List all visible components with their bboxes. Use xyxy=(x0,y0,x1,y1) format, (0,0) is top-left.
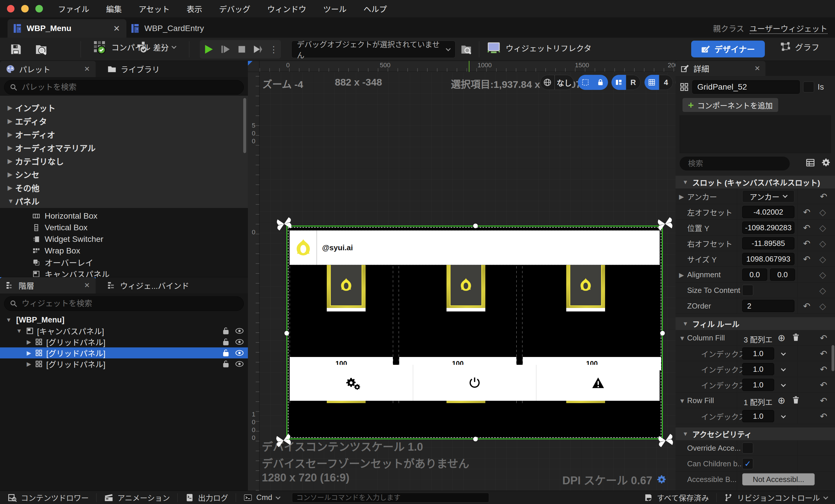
console-input[interactable] xyxy=(296,493,485,502)
lock-toggle[interactable] xyxy=(593,75,608,90)
resize-handle-topleft[interactable] xyxy=(275,215,293,233)
tree-row-grid-panel-1[interactable]: ▶ [グリッドパネル] xyxy=(0,336,248,347)
respect-locks-button[interactable]: R xyxy=(626,75,640,90)
reset-icon[interactable]: ↶ xyxy=(803,223,810,233)
override-accessible-checkbox[interactable] xyxy=(742,443,753,453)
section-slot[interactable]: ▼ スロット (キャンバスパネルスロット) xyxy=(675,176,835,188)
tab-widget-bind[interactable]: ウィジェ...バインド xyxy=(101,277,195,294)
parent-class-link[interactable]: ユーザーウィジェット xyxy=(750,25,828,34)
menu-tools[interactable]: ツール xyxy=(323,3,346,15)
close-window-button[interactable] xyxy=(7,5,15,13)
debug-object-dropdown[interactable]: デバッグオブジェクトが選択されていません xyxy=(291,41,455,58)
category-uncategorized[interactable]: ▶カテゴリなし xyxy=(0,155,248,168)
visibility-eye-icon[interactable] xyxy=(235,338,244,346)
category-input[interactable]: ▶インプット xyxy=(0,101,248,115)
add-component-button[interactable]: + コンポーネントを追加 xyxy=(683,98,778,112)
diff-button[interactable]: 差分 xyxy=(136,41,176,54)
details-search[interactable] xyxy=(679,157,790,170)
diamond-icon[interactable]: ◇ xyxy=(819,301,826,311)
localization-preview-button[interactable] xyxy=(540,75,555,90)
reset-icon[interactable]: ↶ xyxy=(803,207,810,217)
chevron-down-icon[interactable] xyxy=(781,382,786,387)
palette-item-overlay[interactable]: オーバーレイ xyxy=(0,257,248,268)
unlock-icon[interactable] xyxy=(222,360,229,368)
category-audio[interactable]: ▶オーディオ xyxy=(0,128,248,141)
expanded-arrow-icon[interactable]: ▼ xyxy=(16,328,22,334)
section-fill-rules[interactable]: ▼ フィル ルール xyxy=(675,317,835,330)
zorder-field[interactable]: 2 xyxy=(742,300,794,312)
unlock-icon[interactable] xyxy=(222,338,229,346)
minimize-window-button[interactable] xyxy=(21,5,29,13)
revision-control-button[interactable]: リビジョンコントロール xyxy=(717,491,835,504)
collapsed-arrow-icon[interactable]: ▶ xyxy=(27,338,31,345)
tree-row-root[interactable]: ▼ [WBP_Menu] xyxy=(0,314,248,325)
palette-item-widget-switcher[interactable]: Widget Switcher xyxy=(0,234,248,245)
category-audio-material[interactable]: ▶オーディオマテリアル xyxy=(0,141,248,155)
browse-content-icon[interactable] xyxy=(34,42,48,56)
play-options-icon[interactable]: ⋮ xyxy=(269,44,278,55)
browse-debug-icon[interactable] xyxy=(460,43,473,56)
designer-mode-button[interactable]: デザイナー xyxy=(691,41,765,57)
reset-icon[interactable]: ↶ xyxy=(820,411,827,421)
reset-icon[interactable]: ↶ xyxy=(820,348,827,359)
designer-viewport[interactable]: 0 500 1000 1500 200 500 0 1000 ズーム -4 88… xyxy=(248,61,675,491)
anchor-dropdown[interactable]: アンカー xyxy=(742,190,794,202)
reset-icon[interactable]: ↶ xyxy=(820,380,827,390)
animation-button[interactable]: アニメーション xyxy=(97,491,178,504)
resize-handle-bottom[interactable] xyxy=(473,437,478,441)
menu-debug[interactable]: デバッグ xyxy=(219,3,250,15)
reset-icon[interactable]: ↶ xyxy=(803,301,810,311)
category-synth[interactable]: ▶シンセ xyxy=(0,168,248,181)
close-tab-icon[interactable]: ✕ xyxy=(114,24,120,33)
expanded-arrow-icon[interactable]: ▼ xyxy=(6,317,12,323)
maximize-window-button[interactable] xyxy=(35,5,43,13)
reset-icon[interactable]: ↶ xyxy=(820,396,827,406)
cmd-dropdown[interactable]: Cmd xyxy=(236,491,287,504)
visibility-eye-icon[interactable] xyxy=(235,360,244,368)
category-other[interactable]: ▶その他 xyxy=(0,181,248,195)
index-field[interactable]: 1.0 xyxy=(742,379,774,391)
right-offset-field[interactable]: -11.89585 xyxy=(742,237,794,249)
hierarchy-search[interactable] xyxy=(4,296,244,311)
visibility-eye-icon[interactable] xyxy=(235,349,244,357)
play-button[interactable] xyxy=(203,43,214,55)
diamond-icon[interactable]: ◇ xyxy=(819,223,826,233)
palette-scrollbar[interactable] xyxy=(243,98,246,153)
palette-search-input[interactable] xyxy=(22,83,238,92)
reset-icon[interactable]: ↶ xyxy=(820,191,827,202)
category-panel[interactable]: ▼パネル xyxy=(0,195,248,208)
collapsed-arrow-icon[interactable]: ▶ xyxy=(27,360,31,367)
diamond-icon[interactable]: ◇ xyxy=(819,254,826,264)
step-forward-button[interactable] xyxy=(220,44,231,55)
size-to-content-checkbox[interactable] xyxy=(742,285,753,296)
trash-icon[interactable] xyxy=(792,396,800,404)
chevron-down-icon[interactable] xyxy=(781,366,786,371)
expanded-arrow-icon[interactable]: ▼ xyxy=(679,335,686,342)
diamond-icon[interactable]: ◇ xyxy=(819,285,826,296)
details-scrollbar[interactable] xyxy=(832,345,834,371)
chevron-down-icon[interactable] xyxy=(781,414,786,419)
close-details-icon[interactable]: ✕ xyxy=(754,64,760,73)
tab-library[interactable]: ライブラリ xyxy=(101,61,166,77)
section-accessibility[interactable]: ▼ アクセシビリティ xyxy=(675,427,835,440)
hierarchy-search-input[interactable] xyxy=(22,299,238,308)
palette-item-wrap-box[interactable]: Wrap Box xyxy=(0,245,248,257)
position-y-field[interactable]: -1098.290283 xyxy=(742,222,794,234)
settings-gear-icon[interactable] xyxy=(821,158,831,168)
add-element-icon[interactable]: ⊕ xyxy=(778,332,786,343)
index-field[interactable]: 1.0 xyxy=(742,347,774,360)
alignment-y-field[interactable]: 0.0 xyxy=(770,268,795,281)
grid-snap-size[interactable]: 4 xyxy=(659,75,673,90)
palette-item-canvas-panel[interactable]: キャンバスパネル xyxy=(0,268,248,277)
unlock-icon[interactable] xyxy=(222,349,229,357)
reset-icon[interactable]: ↶ xyxy=(820,364,827,375)
resize-handle-topright[interactable] xyxy=(656,215,674,233)
diamond-icon[interactable]: ◇ xyxy=(819,270,826,280)
resize-handle-top[interactable] xyxy=(473,224,478,228)
grid-snap-toggle[interactable] xyxy=(645,75,659,90)
menu-help[interactable]: ヘルプ xyxy=(363,3,387,15)
save-icon[interactable] xyxy=(9,43,22,56)
tab-hierarchy[interactable]: 階層 ✕ xyxy=(0,277,96,294)
unlock-icon[interactable] xyxy=(222,327,229,335)
resize-handle-bottomright[interactable] xyxy=(657,431,675,449)
